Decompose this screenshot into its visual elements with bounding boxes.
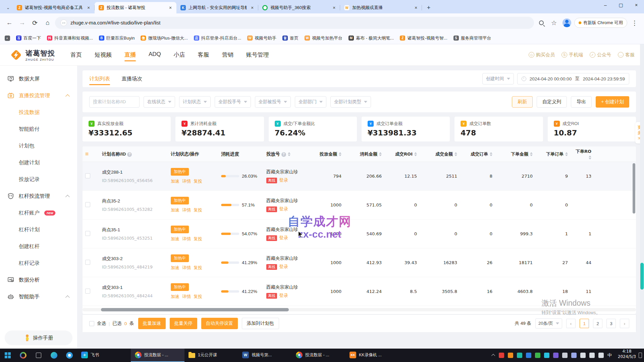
header-cell-下单RO[interactable]: 下单RO: [571, 148, 594, 160]
help-icon[interactable]: ?: [127, 152, 132, 157]
manual-button[interactable]: 操作手册: [5, 330, 72, 345]
tray-app-red-icon[interactable]: [499, 353, 504, 358]
action-button-刷新[interactable]: 刷新: [512, 96, 533, 108]
login-link[interactable]: 登录: [279, 235, 288, 240]
op-link-加速[interactable]: 加速: [171, 236, 179, 242]
reload-button[interactable]: ⟳: [30, 17, 40, 28]
login-link[interactable]: 登录: [279, 293, 288, 298]
sidebar-item-投流数据[interactable]: 投流数据: [0, 104, 77, 121]
date-range-picker[interactable]: 2024-04-20 00:00:00 至 2024-04-20 23:59:5…: [517, 73, 629, 84]
op-link-加速[interactable]: 加速: [171, 265, 179, 271]
tab-close-icon[interactable]: ×: [331, 5, 337, 10]
filter-select-全部被投号[interactable]: 全部被投号: [255, 96, 291, 108]
filter-select-全部部门[interactable]: 全部部门: [295, 96, 326, 108]
tray-app-purple-icon[interactable]: [553, 353, 558, 358]
header-cell-成交ROI[interactable]: 成交ROI: [384, 151, 420, 157]
tab-close-icon[interactable]: ×: [168, 5, 173, 10]
tray-app-orange-icon[interactable]: [508, 353, 513, 358]
browser-tab[interactable]: 视频号助手_360搜索×: [258, 2, 340, 13]
taskbar-app-投流数据 - ...[interactable]: 投流数据 - ...: [131, 349, 184, 362]
app-logo[interactable]: 诸葛智投 ZHUGE ZHITOU: [9, 48, 55, 62]
page-scrollbar-thumb[interactable]: [640, 263, 644, 290]
op-link-加速[interactable]: 加速: [171, 178, 179, 184]
sidebar-item-杠杆计划[interactable]: 杠杆计划: [0, 221, 77, 238]
bookmark-item[interactable]: M幕布 - 极简大纲笔...: [348, 35, 394, 41]
login-link[interactable]: 登录: [279, 178, 288, 183]
nav-item-营销[interactable]: 营销: [221, 45, 234, 65]
bookmark-item[interactable]: 百百度一下: [16, 35, 41, 41]
sort-icon[interactable]: [379, 152, 382, 156]
tab-close-icon[interactable]: ×: [86, 5, 91, 10]
bookmark-item[interactable]: Z诸葛智投-视频号智...: [400, 35, 447, 41]
op-link-详情[interactable]: 详情: [182, 178, 191, 184]
taskbar-clock[interactable]: 4:182024/5/3: [615, 349, 639, 362]
sidebar-item-数据大屏[interactable]: 数据大屏: [0, 70, 77, 87]
page-button-1[interactable]: 1: [580, 319, 589, 328]
header-cell-成交金额[interactable]: 成交金额: [420, 151, 460, 157]
new-tab-button[interactable]: +: [424, 3, 433, 12]
footer-button-批量关停[interactable]: 批量关停: [170, 318, 197, 329]
page-scrollbar[interactable]: [640, 44, 644, 349]
header-cell-消耗进度[interactable]: 消耗进度: [218, 151, 264, 157]
start-button[interactable]: [0, 349, 15, 362]
page-button-3[interactable]: 3: [606, 319, 616, 328]
footer-button-批量加速[interactable]: 批量加速: [138, 318, 166, 329]
taskbar-app-飞书[interactable]: ✈飞书: [77, 349, 131, 362]
page-size-select[interactable]: 20条/页: [535, 318, 562, 328]
sidebar-item-杠杆投流管理[interactable]: 杠杆投流管理: [0, 188, 77, 204]
header-cell-计划状态/操作[interactable]: 计划状态/操作: [168, 151, 218, 157]
sort-icon[interactable]: [454, 152, 457, 156]
row-checkbox[interactable]: [85, 202, 90, 207]
ime-indicator[interactable]: 中: [607, 352, 612, 358]
chrome-update-chip[interactable]: 有新版 Chrome 可用: [574, 18, 627, 28]
prev-page-button[interactable]: ‹: [566, 319, 576, 328]
content-tab-直播场次[interactable]: 直播场次: [121, 70, 142, 87]
bookmark-item[interactable]: 首首页: [282, 35, 299, 41]
sort-icon[interactable]: [490, 152, 492, 156]
edge-icon[interactable]: [46, 349, 62, 362]
tray-app-teal-icon[interactable]: [517, 353, 522, 358]
row-checkbox[interactable]: [85, 289, 90, 294]
op-link-详情[interactable]: 详情: [182, 265, 191, 271]
apps-globe-icon[interactable]: ◐: [5, 36, 10, 41]
op-link-复投[interactable]: 复投: [194, 294, 202, 300]
tab-close-icon[interactable]: ×: [250, 5, 255, 10]
nav-item-短视频[interactable]: 短视频: [94, 45, 112, 65]
taskbar-search-icon[interactable]: [15, 349, 31, 362]
sort-icon[interactable]: [565, 152, 568, 156]
next-page-button[interactable]: ›: [620, 319, 629, 328]
taskbar-app-视频号第...[interactable]: W视频号第...: [238, 349, 292, 362]
sort-icon[interactable]: [530, 152, 533, 156]
bookmark-item[interactable]: 微微现场Plus-微信大...: [141, 35, 187, 41]
nav-right-购买会员[interactable]: ◇购买会员: [529, 52, 555, 58]
header-cell-下单金额[interactable]: 下单金额: [495, 151, 535, 157]
filter-select-计划状态[interactable]: 计划状态: [179, 96, 211, 108]
header-cell-下单订单[interactable]: 下单订单: [535, 151, 571, 157]
bookmark-item[interactable]: W视频号助手: [247, 35, 276, 41]
header-cell-计划名称/ID[interactable]: 计划名称/ID?: [99, 151, 168, 157]
tray-bluetooth-icon[interactable]: [571, 353, 577, 358]
date-field-select[interactable]: 创建时间: [482, 73, 514, 84]
bookmark-item[interactable]: B巨量百应Buyin: [99, 35, 135, 41]
minimize-button[interactable]: –: [598, 0, 613, 10]
notification-center-icon[interactable]: [639, 353, 642, 358]
bookmark-item[interactable]: 抖抖音直播和短视频...: [47, 35, 93, 41]
sort-icon[interactable]: [414, 152, 417, 156]
op-link-详情[interactable]: 详情: [182, 236, 191, 242]
nav-item-首页[interactable]: 首页: [70, 45, 83, 65]
bookmark-item[interactable]: 店抖店登录-抖店后台...: [194, 35, 241, 41]
nav-item-客服[interactable]: 客服: [197, 45, 210, 65]
browser-360-icon[interactable]: [62, 349, 77, 362]
sort-icon[interactable]: [339, 152, 341, 156]
bookmark-star-icon[interactable]: ☆: [549, 17, 559, 28]
op-link-加速[interactable]: 加速: [171, 207, 179, 213]
op-link-复投[interactable]: 复投: [194, 265, 202, 271]
sidebar-item-杠杆记录[interactable]: 杠杆记录: [0, 255, 77, 272]
taskbar-app-KK录像机 ...[interactable]: KKKK录像机 ...: [345, 349, 399, 362]
op-link-详情[interactable]: 详情: [182, 294, 191, 300]
op-link-复投[interactable]: 复投: [194, 236, 202, 242]
bookmark-item[interactable]: S服务商管理平台: [453, 35, 491, 41]
sidebar-item-创建杠杆[interactable]: 创建杠杆: [0, 238, 77, 255]
filter-select-全部计划类型[interactable]: 全部计划类型: [330, 96, 371, 108]
filter-select-在线状态[interactable]: 在线状态: [144, 96, 175, 108]
